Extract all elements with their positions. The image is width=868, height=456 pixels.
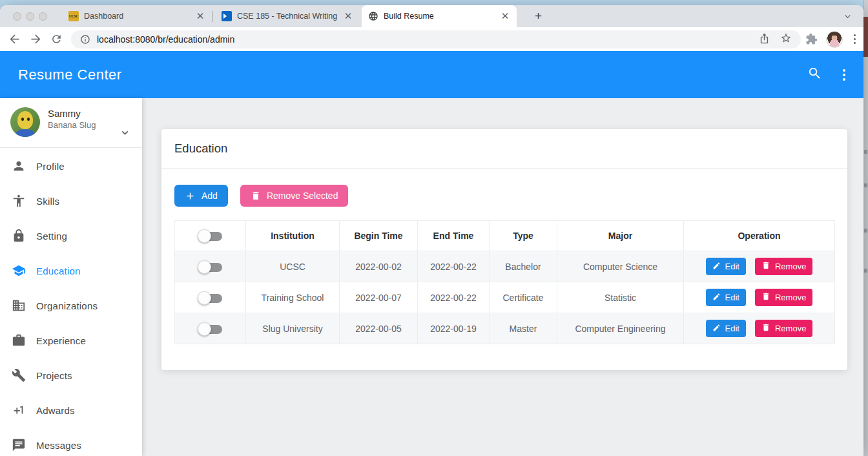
trash-icon	[761, 323, 770, 334]
remove-button[interactable]: Remove	[755, 320, 812, 337]
page-content: Sammy Banana Slug Profile Skills Setting	[0, 98, 863, 456]
tab-build-resume[interactable]: Build Resume ✕	[362, 5, 517, 27]
user-subtitle: Banana Slug	[48, 120, 96, 130]
window-minimize-button[interactable]	[26, 12, 34, 21]
edit-button[interactable]: Edit	[706, 258, 746, 275]
tab-close-icon[interactable]: ✕	[343, 10, 353, 22]
accessibility-icon	[12, 194, 26, 208]
education-table: Institution Begin Time End Time Type Maj…	[174, 220, 835, 344]
column-header: Type	[490, 221, 557, 251]
person-icon	[12, 159, 26, 173]
cell-institution: Training School	[246, 282, 340, 313]
cell-institution: Slug University	[246, 313, 340, 344]
wrench-icon	[12, 368, 26, 382]
sidebar-item-messages[interactable]: Messages	[0, 428, 142, 456]
pencil-icon	[712, 324, 721, 334]
app-title: Resume Center	[18, 67, 122, 83]
window-zoom-button[interactable]	[39, 12, 47, 21]
share-icon[interactable]	[759, 33, 770, 47]
sidebar-item-adwards[interactable]: Adwards	[0, 393, 142, 428]
background-window-titlebar	[863, 17, 868, 57]
reload-icon[interactable]	[50, 33, 63, 45]
sidebar-item-organizations[interactable]: Organizations	[0, 288, 142, 323]
browser-menu-icon[interactable]	[851, 34, 859, 45]
window-close-button[interactable]	[13, 12, 21, 21]
tab-close-icon[interactable]: ✕	[500, 10, 510, 22]
cell-begin-time: 2022-00-05	[340, 313, 418, 344]
cell-type: Certificate	[490, 282, 557, 313]
tab-separator	[212, 11, 212, 22]
canvas-favicon	[222, 11, 232, 21]
cell-type: Master	[490, 313, 557, 344]
table-row: Training School 2022-00-07 2022-00-22 Ce…	[175, 282, 835, 313]
app-menu-icon[interactable]	[839, 69, 849, 81]
row-select-toggle[interactable]	[199, 325, 222, 334]
search-icon[interactable]	[807, 66, 822, 83]
building-icon	[12, 298, 26, 313]
sidebar-item-experience[interactable]: Experience	[0, 323, 142, 358]
edit-button[interactable]: Edit	[706, 289, 746, 306]
table-row: Slug University 2022-00-05 2022-00-19 Ma…	[175, 313, 835, 344]
sidebar-item-setting[interactable]: Setting	[0, 218, 142, 253]
sidebar-menu: Profile Skills Setting Education Organiz…	[0, 148, 142, 456]
cell-end-time: 2022-00-22	[418, 251, 490, 282]
background-window-edge	[863, 0, 868, 456]
back-icon[interactable]	[8, 32, 21, 46]
tab-title: Dashboard	[84, 12, 190, 21]
new-tab-button[interactable]: +	[532, 10, 544, 23]
forward-icon[interactable]	[29, 32, 43, 46]
globe-icon	[368, 11, 378, 21]
remove-button[interactable]: Remove	[755, 289, 812, 306]
browser-toolbar: localhost:8080/br/education/admin	[0, 27, 863, 51]
tabs-container: UCSC Dashboard ✕ CSE 185 - Technical Wri…	[62, 5, 517, 27]
trash-icon	[251, 191, 261, 201]
chevron-down-icon[interactable]	[119, 127, 130, 141]
remove-selected-button[interactable]: Remove Selected	[240, 185, 349, 207]
sidebar-item-projects[interactable]: Projects	[0, 358, 142, 393]
tab-cse185[interactable]: CSE 185 - Technical Writing for ✕	[215, 5, 360, 27]
row-select-toggle[interactable]	[199, 294, 222, 303]
graduation-cap-icon	[12, 264, 26, 278]
bookmark-star-icon[interactable]	[780, 32, 792, 47]
tab-search-chevron-icon[interactable]	[843, 12, 852, 24]
sidebar-item-profile[interactable]: Profile	[0, 149, 142, 183]
tab-strip: UCSC Dashboard ✕ CSE 185 - Technical Wri…	[0, 5, 863, 27]
lock-icon	[12, 229, 26, 243]
edit-button[interactable]: Edit	[706, 320, 746, 337]
column-header: End Time	[418, 221, 490, 251]
address-bar[interactable]: localhost:8080/br/education/admin	[71, 30, 801, 48]
sidebar-item-education[interactable]: Education	[0, 253, 142, 288]
select-all-toggle[interactable]	[199, 232, 222, 241]
url-text[interactable]: localhost:8080/br/education/admin	[97, 34, 759, 45]
table-row: UCSC 2022-00-02 2022-00-22 Bachelor Comp…	[175, 251, 835, 282]
briefcase-icon	[12, 333, 26, 347]
site-info-icon[interactable]	[80, 34, 90, 45]
cell-major: Statistic	[557, 282, 684, 313]
cell-major: Computer Engineering	[557, 313, 684, 344]
profile-avatar[interactable]	[826, 31, 843, 48]
cell-begin-time: 2022-00-02	[340, 251, 418, 282]
cell-major: Computer Science	[557, 251, 684, 282]
main-area: Education Add Remove Selected	[142, 98, 863, 456]
tab-title: CSE 185 - Technical Writing for	[237, 12, 338, 21]
tab-close-icon[interactable]: ✕	[195, 10, 205, 22]
table-header-row: Institution Begin Time End Time Type Maj…	[175, 221, 835, 251]
remove-button[interactable]: Remove	[755, 258, 812, 275]
app-header: Resume Center	[0, 51, 863, 98]
plus-one-icon	[12, 403, 26, 417]
sidebar-item-skills[interactable]: Skills	[0, 183, 142, 218]
browser-window: UCSC Dashboard ✕ CSE 185 - Technical Wri…	[0, 5, 863, 456]
cell-end-time: 2022-00-22	[418, 282, 490, 313]
chat-icon	[12, 438, 26, 452]
ucsc-favicon: UCSC	[68, 11, 79, 21]
extensions-puzzle-icon[interactable]	[805, 33, 818, 45]
row-select-toggle[interactable]	[199, 263, 222, 272]
user-name: Sammy	[48, 108, 81, 119]
column-header: Major	[557, 221, 684, 251]
card-title: Education	[174, 141, 227, 155]
user-block[interactable]: Sammy Banana Slug	[0, 98, 142, 148]
tab-dashboard[interactable]: UCSC Dashboard ✕	[62, 5, 212, 27]
add-button[interactable]: Add	[174, 185, 228, 207]
cell-type: Bachelor	[490, 251, 557, 282]
trash-icon	[761, 292, 770, 303]
